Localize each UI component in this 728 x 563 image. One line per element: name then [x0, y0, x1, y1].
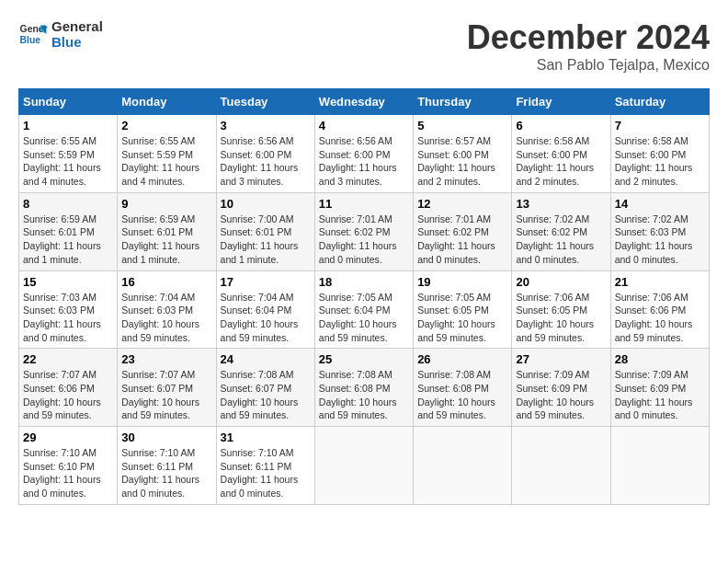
day-number: 16	[121, 275, 211, 289]
calendar-day-cell: 6Sunrise: 6:58 AM Sunset: 6:00 PM Daylig…	[512, 115, 610, 193]
day-info: Sunrise: 6:56 AM Sunset: 6:00 PM Dayligh…	[319, 134, 409, 189]
calendar-day-cell: 22Sunrise: 7:07 AM Sunset: 6:06 PM Dayli…	[19, 349, 118, 427]
calendar-day-cell: 30Sunrise: 7:10 AM Sunset: 6:11 PM Dayli…	[118, 427, 216, 505]
day-number: 28	[615, 352, 705, 366]
day-info: Sunrise: 7:09 AM Sunset: 6:09 PM Dayligh…	[516, 368, 606, 422]
day-number: 20	[516, 275, 606, 289]
day-number: 22	[23, 352, 113, 366]
calendar-day-cell: 9Sunrise: 6:59 AM Sunset: 6:01 PM Daylig…	[118, 192, 216, 270]
day-info: Sunrise: 7:04 AM Sunset: 6:03 PM Dayligh…	[121, 291, 211, 345]
day-number: 12	[417, 197, 507, 211]
day-number: 4	[319, 119, 409, 132]
day-number: 29	[23, 431, 113, 444]
calendar-day-cell: 24Sunrise: 7:08 AM Sunset: 6:07 PM Dayli…	[216, 349, 314, 427]
day-info: Sunrise: 7:07 AM Sunset: 6:06 PM Dayligh…	[23, 368, 113, 422]
calendar-day-cell: 21Sunrise: 7:06 AM Sunset: 6:06 PM Dayli…	[610, 270, 709, 349]
calendar-day-cell: 8Sunrise: 6:59 AM Sunset: 6:01 PM Daylig…	[19, 192, 118, 270]
day-info: Sunrise: 7:01 AM Sunset: 6:02 PM Dayligh…	[417, 213, 507, 267]
calendar-day-cell: 1Sunrise: 6:55 AM Sunset: 5:59 PM Daylig…	[19, 115, 118, 193]
day-number: 14	[615, 197, 705, 211]
svg-text:Blue: Blue	[20, 35, 41, 45]
calendar-day-cell: 23Sunrise: 7:07 AM Sunset: 6:07 PM Dayli…	[118, 349, 216, 427]
calendar-day-cell: 14Sunrise: 7:02 AM Sunset: 6:03 PM Dayli…	[610, 192, 709, 270]
calendar-week-row: 29Sunrise: 7:10 AM Sunset: 6:10 PM Dayli…	[19, 427, 710, 505]
day-info: Sunrise: 7:03 AM Sunset: 6:03 PM Dayligh…	[23, 291, 113, 345]
calendar-day-cell: 31Sunrise: 7:10 AM Sunset: 6:11 PM Dayli…	[216, 427, 314, 505]
day-number: 26	[417, 352, 507, 366]
day-number: 6	[516, 119, 606, 132]
day-number: 15	[23, 275, 113, 289]
weekday-header: Friday	[512, 89, 610, 115]
logo: General Blue General Blue	[18, 18, 103, 50]
calendar-day-cell: 5Sunrise: 6:57 AM Sunset: 6:00 PM Daylig…	[414, 115, 512, 193]
day-number: 11	[319, 197, 409, 211]
day-info: Sunrise: 7:06 AM Sunset: 6:05 PM Dayligh…	[516, 291, 606, 345]
calendar-week-row: 15Sunrise: 7:03 AM Sunset: 6:03 PM Dayli…	[19, 270, 710, 349]
calendar-day-cell: 4Sunrise: 6:56 AM Sunset: 6:00 PM Daylig…	[314, 115, 413, 193]
calendar-day-cell	[414, 427, 512, 505]
day-info: Sunrise: 7:08 AM Sunset: 6:08 PM Dayligh…	[319, 368, 409, 422]
day-number: 23	[121, 352, 211, 366]
calendar-week-row: 22Sunrise: 7:07 AM Sunset: 6:06 PM Dayli…	[19, 349, 710, 427]
day-number: 24	[221, 352, 311, 366]
calendar-day-cell: 16Sunrise: 7:04 AM Sunset: 6:03 PM Dayli…	[118, 270, 216, 349]
day-info: Sunrise: 7:06 AM Sunset: 6:06 PM Dayligh…	[615, 291, 705, 345]
day-number: 5	[417, 119, 507, 132]
day-number: 2	[121, 119, 211, 132]
day-number: 17	[221, 275, 311, 289]
day-number: 3	[221, 119, 311, 132]
calendar-day-cell	[314, 427, 413, 505]
day-info: Sunrise: 6:59 AM Sunset: 6:01 PM Dayligh…	[23, 213, 113, 267]
weekday-header: Saturday	[610, 89, 709, 115]
calendar-day-cell: 11Sunrise: 7:01 AM Sunset: 6:02 PM Dayli…	[314, 192, 413, 270]
calendar-day-cell: 2Sunrise: 6:55 AM Sunset: 5:59 PM Daylig…	[118, 115, 216, 193]
day-number: 31	[221, 431, 311, 444]
day-info: Sunrise: 7:10 AM Sunset: 6:11 PM Dayligh…	[221, 446, 311, 500]
day-info: Sunrise: 7:10 AM Sunset: 6:11 PM Dayligh…	[121, 446, 211, 500]
day-number: 27	[516, 352, 606, 366]
day-info: Sunrise: 6:58 AM Sunset: 6:00 PM Dayligh…	[615, 134, 705, 189]
calendar-day-cell	[610, 427, 709, 505]
day-info: Sunrise: 7:01 AM Sunset: 6:02 PM Dayligh…	[319, 213, 409, 267]
day-info: Sunrise: 6:58 AM Sunset: 6:00 PM Dayligh…	[516, 134, 606, 189]
location-title: San Pablo Tejalpa, Mexico	[467, 57, 710, 74]
calendar-day-cell: 26Sunrise: 7:08 AM Sunset: 6:08 PM Dayli…	[414, 349, 512, 427]
weekday-header: Monday	[118, 89, 216, 115]
calendar-day-cell: 20Sunrise: 7:06 AM Sunset: 6:05 PM Dayli…	[512, 270, 610, 349]
calendar-day-cell: 29Sunrise: 7:10 AM Sunset: 6:10 PM Dayli…	[19, 427, 118, 505]
day-info: Sunrise: 6:55 AM Sunset: 5:59 PM Dayligh…	[121, 134, 211, 189]
day-info: Sunrise: 7:08 AM Sunset: 6:07 PM Dayligh…	[221, 368, 311, 422]
logo-icon: General Blue	[18, 19, 48, 49]
weekday-header: Sunday	[19, 89, 118, 115]
calendar-day-cell: 10Sunrise: 7:00 AM Sunset: 6:01 PM Dayli…	[216, 192, 314, 270]
day-info: Sunrise: 6:57 AM Sunset: 6:00 PM Dayligh…	[417, 134, 507, 189]
calendar-day-cell: 13Sunrise: 7:02 AM Sunset: 6:02 PM Dayli…	[512, 192, 610, 270]
weekday-header: Wednesday	[314, 89, 413, 115]
day-number: 8	[23, 197, 113, 211]
calendar-day-cell: 27Sunrise: 7:09 AM Sunset: 6:09 PM Dayli…	[512, 349, 610, 427]
day-info: Sunrise: 7:07 AM Sunset: 6:07 PM Dayligh…	[121, 368, 211, 422]
calendar-day-cell: 25Sunrise: 7:08 AM Sunset: 6:08 PM Dayli…	[314, 349, 413, 427]
day-info: Sunrise: 7:08 AM Sunset: 6:08 PM Dayligh…	[417, 368, 507, 422]
day-info: Sunrise: 7:02 AM Sunset: 6:03 PM Dayligh…	[615, 213, 705, 267]
calendar-day-cell: 3Sunrise: 6:56 AM Sunset: 6:00 PM Daylig…	[216, 115, 314, 193]
calendar-day-cell: 7Sunrise: 6:58 AM Sunset: 6:00 PM Daylig…	[610, 115, 709, 193]
day-number: 21	[615, 275, 705, 289]
day-info: Sunrise: 6:59 AM Sunset: 6:01 PM Dayligh…	[121, 213, 211, 267]
calendar-week-row: 8Sunrise: 6:59 AM Sunset: 6:01 PM Daylig…	[19, 192, 710, 270]
calendar-table: SundayMondayTuesdayWednesdayThursdayFrid…	[18, 88, 710, 505]
month-title: December 2024	[467, 18, 710, 57]
calendar-week-row: 1Sunrise: 6:55 AM Sunset: 5:59 PM Daylig…	[19, 115, 710, 193]
day-info: Sunrise: 7:04 AM Sunset: 6:04 PM Dayligh…	[221, 291, 311, 345]
day-number: 9	[121, 197, 211, 211]
title-block: December 2024 San Pablo Tejalpa, Mexico	[467, 18, 710, 74]
day-number: 1	[23, 119, 113, 132]
day-number: 18	[319, 275, 409, 289]
calendar-day-cell: 19Sunrise: 7:05 AM Sunset: 6:05 PM Dayli…	[414, 270, 512, 349]
day-info: Sunrise: 7:05 AM Sunset: 6:04 PM Dayligh…	[319, 291, 409, 345]
day-number: 13	[516, 197, 606, 211]
day-number: 30	[121, 431, 211, 444]
calendar-day-cell	[512, 427, 610, 505]
day-number: 7	[615, 119, 705, 132]
calendar-day-cell: 12Sunrise: 7:01 AM Sunset: 6:02 PM Dayli…	[414, 192, 512, 270]
